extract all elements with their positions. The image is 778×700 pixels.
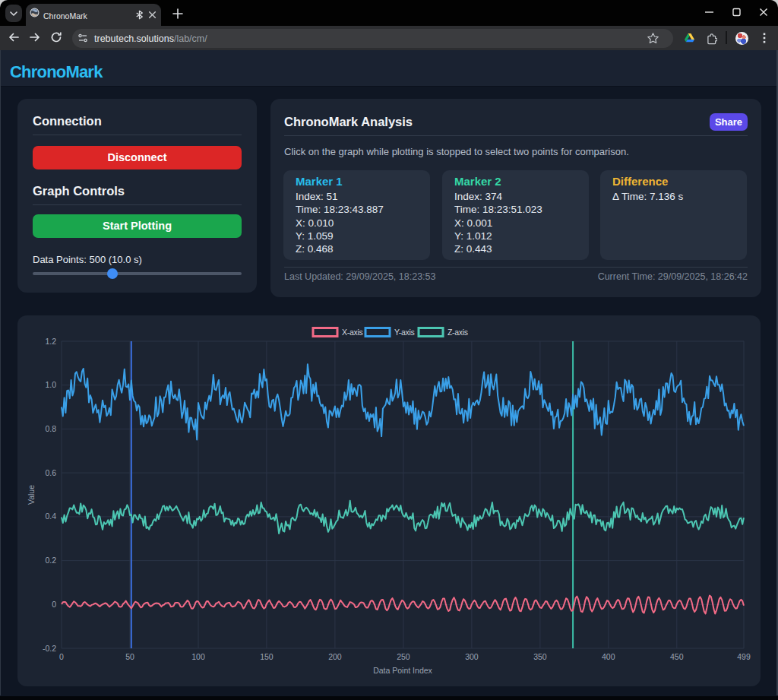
svg-text:1.0: 1.0 xyxy=(45,380,56,389)
svg-text:-0.2: -0.2 xyxy=(43,644,56,653)
svg-text:250: 250 xyxy=(397,652,410,661)
svg-text:Y-axis: Y-axis xyxy=(394,328,414,337)
svg-text:0.8: 0.8 xyxy=(45,424,56,433)
svg-text:50: 50 xyxy=(125,652,134,661)
svg-text:200: 200 xyxy=(328,652,342,661)
svg-text:150: 150 xyxy=(260,652,274,661)
svg-text:350: 350 xyxy=(533,652,547,661)
svg-text:0.4: 0.4 xyxy=(45,512,56,521)
svg-text:X-axis: X-axis xyxy=(342,328,362,337)
svg-text:0: 0 xyxy=(52,600,56,609)
svg-text:100: 100 xyxy=(191,652,205,661)
svg-text:Value: Value xyxy=(27,485,36,505)
svg-text:499: 499 xyxy=(737,652,751,661)
svg-text:Z-axis: Z-axis xyxy=(448,328,468,337)
svg-text:0: 0 xyxy=(59,652,64,661)
svg-text:1.2: 1.2 xyxy=(45,337,56,346)
svg-text:300: 300 xyxy=(465,652,479,661)
svg-text:400: 400 xyxy=(602,652,615,661)
svg-text:450: 450 xyxy=(670,652,684,661)
svg-text:0.6: 0.6 xyxy=(45,468,56,477)
svg-text:0.2: 0.2 xyxy=(45,556,56,565)
svg-text:Data Point Index: Data Point Index xyxy=(373,666,432,675)
